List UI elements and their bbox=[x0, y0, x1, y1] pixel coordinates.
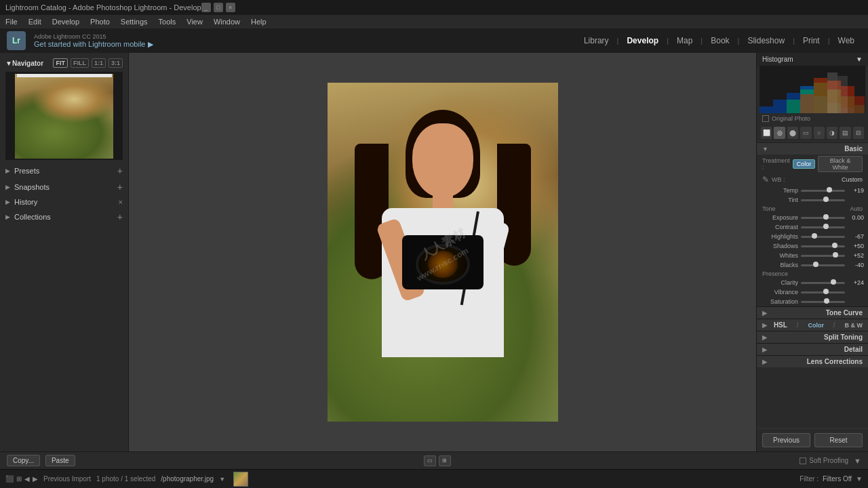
filmstrip: ⬛ ⊞ ◀ ▶ Previous Import 1 photo / 1 sele… bbox=[0, 469, 868, 488]
filmstrip-controls: ⬛ ⊞ ◀ ▶ bbox=[5, 475, 38, 483]
original-photo-checkbox[interactable] bbox=[762, 115, 769, 122]
menubar: File Edit Develop Photo Settings Tools V… bbox=[0, 15, 868, 28]
treatment-label: Treatment : bbox=[762, 157, 790, 171]
nav-1-1[interactable]: 1:1 bbox=[92, 58, 106, 68]
reset-button[interactable]: Reset bbox=[814, 433, 863, 447]
filmstrip-next-icon[interactable]: ▶ bbox=[33, 475, 38, 483]
temp-slider-row: Temp +19 bbox=[757, 186, 868, 195]
copy-button[interactable]: Copy... bbox=[7, 455, 40, 466]
bw-link[interactable]: B & W bbox=[844, 322, 863, 329]
clarity-slider[interactable] bbox=[801, 282, 845, 284]
vibrance-slider[interactable] bbox=[801, 291, 845, 293]
crop-tool[interactable]: ⬜ bbox=[761, 127, 772, 139]
collections-header[interactable]: ▶ Collections + bbox=[0, 209, 128, 225]
highlights-slider-row: Highlights -67 bbox=[757, 232, 868, 241]
view-single-button[interactable]: ▭ bbox=[424, 455, 436, 466]
blacks-label: Blacks bbox=[761, 262, 798, 268]
highlights-label: Highlights bbox=[761, 233, 798, 240]
menu-window[interactable]: Window bbox=[214, 18, 240, 26]
lens-corrections-section-header[interactable]: ▶ Lens Corrections bbox=[757, 355, 868, 367]
blacks-value: -40 bbox=[848, 262, 864, 268]
menu-tools[interactable]: Tools bbox=[159, 18, 176, 26]
split-toning-section-header[interactable]: ▶ Split Toning bbox=[757, 331, 868, 343]
contrast-label: Contrast bbox=[761, 224, 798, 230]
collections-add-button[interactable]: + bbox=[117, 211, 123, 222]
tab-web[interactable]: Web bbox=[838, 35, 854, 47]
view-compare-button[interactable]: ⊞ bbox=[439, 455, 451, 466]
tab-library[interactable]: Library bbox=[584, 35, 609, 47]
whites-slider[interactable] bbox=[801, 255, 845, 257]
filter-expand-icon[interactable]: ▼ bbox=[856, 475, 863, 483]
nav-3-1[interactable]: 3:1 bbox=[108, 58, 123, 68]
previous-button[interactable]: Previous bbox=[762, 433, 810, 447]
grad-tool[interactable]: ▭ bbox=[800, 127, 811, 139]
menu-view[interactable]: View bbox=[186, 18, 203, 26]
shadows-slider[interactable] bbox=[801, 245, 845, 247]
tab-slideshow[interactable]: Slideshow bbox=[747, 35, 785, 47]
presets-add-button[interactable]: + bbox=[117, 165, 123, 176]
menu-edit[interactable]: Edit bbox=[28, 18, 41, 26]
tab-book[interactable]: Book bbox=[711, 35, 729, 47]
tone-curve-section-header[interactable]: ▶ Tone Curve bbox=[757, 306, 868, 319]
snapshots-add-button[interactable]: + bbox=[117, 182, 123, 192]
blacks-slider[interactable] bbox=[801, 264, 845, 266]
soft-proofing-checkbox[interactable] bbox=[800, 458, 806, 464]
close-button[interactable]: × bbox=[226, 3, 235, 12]
nav-fill[interactable]: FILL bbox=[71, 58, 89, 68]
clarity-label: Clarity bbox=[761, 279, 798, 286]
history-header[interactable]: ▶ History × bbox=[0, 195, 128, 209]
snapshots-header[interactable]: ▶ Snapshots + bbox=[0, 179, 128, 195]
contrast-slider[interactable] bbox=[801, 226, 845, 228]
color-link[interactable]: Color bbox=[808, 322, 824, 329]
tone-label-row: Tone Auto bbox=[757, 205, 868, 213]
shadows-value: +50 bbox=[848, 243, 864, 249]
menu-file[interactable]: File bbox=[5, 18, 18, 26]
filmstrip-prev-icon[interactable]: ◀ bbox=[24, 475, 30, 483]
nav-fit[interactable]: FIT bbox=[53, 58, 68, 68]
highlights-slider[interactable] bbox=[801, 236, 845, 238]
menu-settings[interactable]: Settings bbox=[121, 18, 148, 26]
tint-slider[interactable] bbox=[801, 199, 845, 201]
histogram-expand-icon[interactable]: ▼ bbox=[856, 56, 863, 63]
minimize-button[interactable]: _ bbox=[201, 3, 211, 12]
filmstrip-thumbnail[interactable] bbox=[233, 472, 248, 487]
wb-label: WB : bbox=[772, 176, 789, 183]
bw-treatment-button[interactable]: Black & White bbox=[818, 156, 863, 172]
presets-header[interactable]: ▶ Presets + bbox=[0, 163, 128, 179]
temp-slider[interactable] bbox=[801, 190, 845, 192]
radial-tool[interactable]: ○ bbox=[814, 127, 825, 139]
brush-tool[interactable]: ⬤ bbox=[787, 127, 798, 139]
tone-auto-button[interactable]: Auto bbox=[850, 205, 863, 212]
filmstrip-grid-icon[interactable]: ⊞ bbox=[16, 475, 22, 483]
lr-logo: Lr bbox=[7, 31, 26, 50]
eyedropper-icon[interactable]: ✎ bbox=[762, 175, 769, 184]
hsl-section-header[interactable]: ▶ HSL / Color / B & W bbox=[757, 319, 868, 331]
navigator-header[interactable]: ▼ Navigator FIT FILL 1:1 3:1 bbox=[0, 57, 128, 69]
heal-tool[interactable]: ◎ bbox=[774, 127, 785, 139]
treatment-row: Treatment : Color Black & White bbox=[757, 155, 868, 174]
filmstrip-dropdown-icon[interactable]: ▼ bbox=[219, 476, 225, 483]
soft-proofing-label: Soft Proofing bbox=[809, 457, 848, 464]
basic-section-header[interactable]: ▼ Basic bbox=[757, 142, 868, 155]
get-started-link[interactable]: Get started with Lightroom mobile ▶ bbox=[34, 40, 153, 49]
history-close-button[interactable]: × bbox=[119, 198, 123, 206]
maximize-button[interactable]: □ bbox=[214, 3, 223, 12]
menu-photo[interactable]: Photo bbox=[90, 18, 110, 26]
tab-map[interactable]: Map bbox=[677, 35, 692, 47]
temp-label: Temp bbox=[761, 187, 798, 194]
left-panel: ▼ Navigator FIT FILL 1:1 3:1 bbox=[0, 53, 129, 451]
toolbar-collapse-icon[interactable]: ▼ bbox=[854, 457, 861, 465]
tab-print[interactable]: Print bbox=[803, 35, 820, 47]
saturation-slider[interactable] bbox=[801, 301, 845, 303]
preset-icon[interactable]: ⊟ bbox=[853, 127, 864, 139]
color-treatment-button[interactable]: Color bbox=[793, 159, 816, 169]
menu-develop[interactable]: Develop bbox=[52, 18, 79, 26]
exposure-slider[interactable] bbox=[801, 217, 845, 219]
menu-help[interactable]: Help bbox=[251, 18, 267, 26]
tab-develop[interactable]: Develop bbox=[627, 35, 658, 47]
adjust-tool[interactable]: ◑ bbox=[827, 127, 837, 139]
filmstrip-view-icon[interactable]: ⬛ bbox=[5, 475, 14, 483]
color-tool[interactable]: ▤ bbox=[840, 127, 850, 139]
paste-button[interactable]: Paste bbox=[45, 455, 75, 466]
detail-section-header[interactable]: ▶ Detail bbox=[757, 343, 868, 355]
